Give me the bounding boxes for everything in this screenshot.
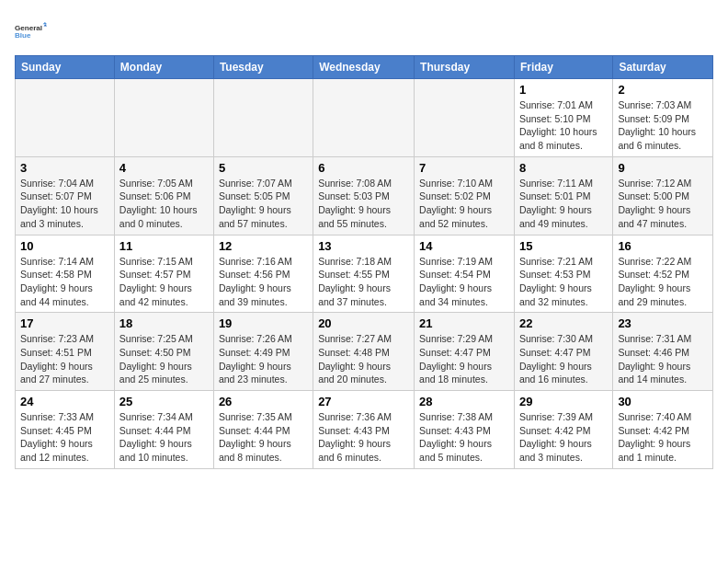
day-info-9: Sunrise: 7:12 AMSunset: 5:00 PMDaylight:… xyxy=(618,177,708,231)
week-row-3: 10Sunrise: 7:14 AMSunset: 4:58 PMDayligh… xyxy=(16,235,713,313)
day-number-19: 19 xyxy=(219,316,308,330)
day-number-23: 23 xyxy=(618,316,708,330)
day-info-5: Sunrise: 7:07 AMSunset: 5:05 PMDaylight:… xyxy=(219,177,308,231)
day-cell-11: 11Sunrise: 7:15 AMSunset: 4:57 PMDayligh… xyxy=(114,235,213,313)
header: General Blue xyxy=(15,15,713,48)
svg-marker-3 xyxy=(44,24,48,26)
day-info-22: Sunrise: 7:30 AMSunset: 4:47 PMDaylight:… xyxy=(519,332,608,386)
day-info-24: Sunrise: 7:33 AMSunset: 4:45 PMDaylight:… xyxy=(20,410,109,465)
day-cell-25: 25Sunrise: 7:34 AMSunset: 4:44 PMDayligh… xyxy=(114,391,213,469)
day-cell-1: 1Sunrise: 7:01 AMSunset: 5:10 PMDaylight… xyxy=(514,79,612,157)
day-info-19: Sunrise: 7:26 AMSunset: 4:49 PMDaylight:… xyxy=(219,332,308,386)
day-info-16: Sunrise: 7:22 AMSunset: 4:52 PMDaylight:… xyxy=(618,255,708,309)
day-cell-7: 7Sunrise: 7:10 AMSunset: 5:02 PMDaylight… xyxy=(415,156,515,235)
day-number-28: 28 xyxy=(419,395,509,408)
empty-cell-w0-d3 xyxy=(313,79,415,157)
day-number-7: 7 xyxy=(419,161,509,175)
day-info-7: Sunrise: 7:10 AMSunset: 5:02 PMDaylight:… xyxy=(419,177,509,231)
day-cell-15: 15Sunrise: 7:21 AMSunset: 4:53 PMDayligh… xyxy=(514,235,612,313)
day-info-29: Sunrise: 7:39 AMSunset: 4:42 PMDaylight:… xyxy=(519,410,608,465)
day-cell-28: 28Sunrise: 7:38 AMSunset: 4:43 PMDayligh… xyxy=(415,391,515,469)
calendar-table: SundayMondayTuesdayWednesdayThursdayFrid… xyxy=(15,55,713,469)
day-cell-24: 24Sunrise: 7:33 AMSunset: 4:45 PMDayligh… xyxy=(16,391,115,469)
day-number-30: 30 xyxy=(618,395,708,408)
day-cell-17: 17Sunrise: 7:23 AMSunset: 4:51 PMDayligh… xyxy=(16,313,115,391)
svg-text:General: General xyxy=(15,24,42,32)
day-info-4: Sunrise: 7:05 AMSunset: 5:06 PMDaylight:… xyxy=(119,177,209,231)
day-number-26: 26 xyxy=(219,395,308,408)
day-info-15: Sunrise: 7:21 AMSunset: 4:53 PMDaylight:… xyxy=(519,255,608,309)
day-info-21: Sunrise: 7:29 AMSunset: 4:47 PMDaylight:… xyxy=(419,332,509,386)
day-cell-19: 19Sunrise: 7:26 AMSunset: 4:49 PMDayligh… xyxy=(213,313,313,391)
day-info-23: Sunrise: 7:31 AMSunset: 4:46 PMDaylight:… xyxy=(618,332,708,386)
day-cell-22: 22Sunrise: 7:30 AMSunset: 4:47 PMDayligh… xyxy=(514,313,612,391)
day-number-5: 5 xyxy=(219,161,308,175)
day-number-3: 3 xyxy=(20,161,109,175)
day-info-30: Sunrise: 7:40 AMSunset: 4:42 PMDaylight:… xyxy=(618,410,708,465)
day-number-14: 14 xyxy=(419,239,509,253)
weekday-header-thursday: Thursday xyxy=(415,56,515,79)
day-info-6: Sunrise: 7:08 AMSunset: 5:03 PMDaylight:… xyxy=(318,177,409,231)
weekday-header-sunday: Sunday xyxy=(16,56,115,79)
week-row-4: 17Sunrise: 7:23 AMSunset: 4:51 PMDayligh… xyxy=(16,313,713,391)
day-number-18: 18 xyxy=(119,316,209,330)
logo-svg: General Blue xyxy=(15,15,48,48)
day-number-12: 12 xyxy=(219,239,308,253)
day-number-27: 27 xyxy=(318,395,409,408)
svg-text:Blue: Blue xyxy=(15,31,31,40)
weekday-header-monday: Monday xyxy=(114,56,213,79)
empty-cell-w0-d0 xyxy=(16,79,115,157)
day-number-20: 20 xyxy=(318,316,409,330)
day-cell-12: 12Sunrise: 7:16 AMSunset: 4:56 PMDayligh… xyxy=(213,235,313,313)
week-row-1: 1Sunrise: 7:01 AMSunset: 5:10 PMDaylight… xyxy=(16,79,713,157)
weekday-header-saturday: Saturday xyxy=(613,56,713,79)
day-cell-29: 29Sunrise: 7:39 AMSunset: 4:42 PMDayligh… xyxy=(514,391,612,469)
week-row-5: 24Sunrise: 7:33 AMSunset: 4:45 PMDayligh… xyxy=(16,391,713,469)
day-number-17: 17 xyxy=(20,316,109,330)
day-cell-26: 26Sunrise: 7:35 AMSunset: 4:44 PMDayligh… xyxy=(213,391,313,469)
day-info-2: Sunrise: 7:03 AMSunset: 5:09 PMDaylight:… xyxy=(618,98,708,153)
day-info-12: Sunrise: 7:16 AMSunset: 4:56 PMDaylight:… xyxy=(219,255,308,309)
day-number-4: 4 xyxy=(119,161,209,175)
day-cell-23: 23Sunrise: 7:31 AMSunset: 4:46 PMDayligh… xyxy=(613,313,713,391)
day-info-28: Sunrise: 7:38 AMSunset: 4:43 PMDaylight:… xyxy=(419,410,509,465)
day-cell-2: 2Sunrise: 7:03 AMSunset: 5:09 PMDaylight… xyxy=(613,79,713,157)
day-info-10: Sunrise: 7:14 AMSunset: 4:58 PMDaylight:… xyxy=(20,255,109,309)
day-number-13: 13 xyxy=(318,239,409,253)
day-number-22: 22 xyxy=(519,316,608,330)
day-info-11: Sunrise: 7:15 AMSunset: 4:57 PMDaylight:… xyxy=(119,255,209,309)
day-cell-5: 5Sunrise: 7:07 AMSunset: 5:05 PMDaylight… xyxy=(213,156,313,235)
day-cell-30: 30Sunrise: 7:40 AMSunset: 4:42 PMDayligh… xyxy=(613,391,713,469)
empty-cell-w0-d2 xyxy=(213,79,313,157)
day-number-25: 25 xyxy=(119,395,209,408)
day-cell-4: 4Sunrise: 7:05 AMSunset: 5:06 PMDaylight… xyxy=(114,156,213,235)
day-number-9: 9 xyxy=(618,161,708,175)
day-cell-18: 18Sunrise: 7:25 AMSunset: 4:50 PMDayligh… xyxy=(114,313,213,391)
day-number-6: 6 xyxy=(318,161,409,175)
day-info-25: Sunrise: 7:34 AMSunset: 4:44 PMDaylight:… xyxy=(119,410,209,465)
day-cell-14: 14Sunrise: 7:19 AMSunset: 4:54 PMDayligh… xyxy=(415,235,515,313)
day-number-21: 21 xyxy=(419,316,509,330)
day-info-27: Sunrise: 7:36 AMSunset: 4:43 PMDaylight:… xyxy=(318,410,409,465)
day-cell-6: 6Sunrise: 7:08 AMSunset: 5:03 PMDaylight… xyxy=(313,156,415,235)
day-number-16: 16 xyxy=(618,239,708,253)
day-info-3: Sunrise: 7:04 AMSunset: 5:07 PMDaylight:… xyxy=(20,177,109,231)
day-number-8: 8 xyxy=(519,161,608,175)
day-cell-27: 27Sunrise: 7:36 AMSunset: 4:43 PMDayligh… xyxy=(313,391,415,469)
empty-cell-w0-d4 xyxy=(415,79,515,157)
weekday-header-wednesday: Wednesday xyxy=(313,56,415,79)
day-info-14: Sunrise: 7:19 AMSunset: 4:54 PMDaylight:… xyxy=(419,255,509,309)
day-number-10: 10 xyxy=(20,239,109,253)
day-cell-8: 8Sunrise: 7:11 AMSunset: 5:01 PMDaylight… xyxy=(514,156,612,235)
day-cell-10: 10Sunrise: 7:14 AMSunset: 4:58 PMDayligh… xyxy=(16,235,115,313)
weekday-header-row: SundayMondayTuesdayWednesdayThursdayFrid… xyxy=(16,56,713,79)
day-cell-21: 21Sunrise: 7:29 AMSunset: 4:47 PMDayligh… xyxy=(415,313,515,391)
day-number-1: 1 xyxy=(519,83,608,97)
day-info-1: Sunrise: 7:01 AMSunset: 5:10 PMDaylight:… xyxy=(519,98,608,153)
day-info-8: Sunrise: 7:11 AMSunset: 5:01 PMDaylight:… xyxy=(519,177,608,231)
day-number-11: 11 xyxy=(119,239,209,253)
day-cell-9: 9Sunrise: 7:12 AMSunset: 5:00 PMDaylight… xyxy=(613,156,713,235)
day-cell-20: 20Sunrise: 7:27 AMSunset: 4:48 PMDayligh… xyxy=(313,313,415,391)
day-info-20: Sunrise: 7:27 AMSunset: 4:48 PMDaylight:… xyxy=(318,332,409,386)
week-row-2: 3Sunrise: 7:04 AMSunset: 5:07 PMDaylight… xyxy=(16,156,713,235)
